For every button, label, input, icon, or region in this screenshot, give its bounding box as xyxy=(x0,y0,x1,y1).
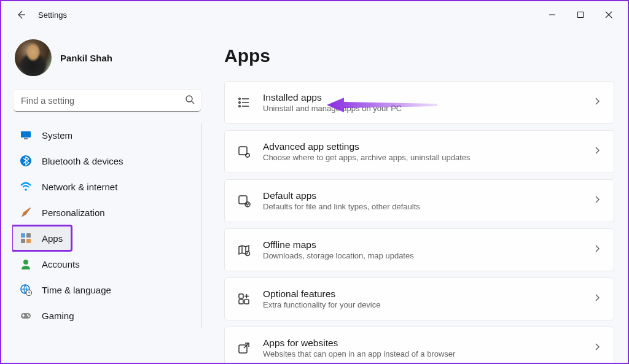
titlebar: Settings xyxy=(1,1,628,28)
app-check-icon xyxy=(237,194,251,207)
svg-point-22 xyxy=(239,102,241,104)
brush-icon xyxy=(20,206,32,219)
card-subtitle: Defaults for file and link types, other … xyxy=(263,202,580,211)
card-installed[interactable]: Installed apps Uninstall and manage apps… xyxy=(224,81,614,124)
profile[interactable]: Pankil Shah xyxy=(12,39,202,90)
chevron-right-icon xyxy=(593,195,601,206)
svg-rect-1 xyxy=(578,12,584,18)
svg-point-4 xyxy=(186,96,192,102)
card-optional[interactable]: Optional features Extra functionality fo… xyxy=(224,277,614,320)
svg-point-9 xyxy=(25,188,27,191)
card-title: Advanced app settings xyxy=(263,141,580,152)
svg-rect-11 xyxy=(26,233,31,238)
chevron-right-icon xyxy=(593,343,601,354)
window-controls xyxy=(538,5,623,25)
card-title: Optional features xyxy=(263,288,580,300)
list-icon xyxy=(237,96,251,109)
close-button[interactable] xyxy=(595,5,623,25)
svg-rect-12 xyxy=(21,239,25,243)
svg-rect-7 xyxy=(24,138,28,139)
external-icon xyxy=(237,341,251,355)
card-body: Optional features Extra functionality fo… xyxy=(263,288,580,309)
card-title: Apps for websites xyxy=(263,338,580,349)
chevron-right-icon xyxy=(593,97,601,108)
sidebar-item-label: System xyxy=(42,130,72,141)
svg-point-20 xyxy=(239,98,241,100)
svg-line-5 xyxy=(192,101,194,104)
sidebar-item-bluetooth[interactable]: Bluetooth & devices xyxy=(12,149,198,173)
sidebar: Pankil Shah SystemBluetooth & devicesNet… xyxy=(1,28,207,363)
card-title: Installed apps xyxy=(263,92,580,103)
card-default[interactable]: Default apps Defaults for file and link … xyxy=(224,179,614,222)
minimize-button[interactable] xyxy=(538,5,566,25)
maximize-button[interactable] xyxy=(566,5,595,25)
sidebar-item-accounts[interactable]: Accounts xyxy=(12,252,198,276)
plus-grid-icon xyxy=(237,292,251,306)
card-body: Installed apps Uninstall and manage apps… xyxy=(263,92,580,113)
sidebar-item-apps[interactable]: Apps xyxy=(12,226,71,250)
svg-rect-33 xyxy=(244,300,249,304)
svg-rect-31 xyxy=(239,294,243,298)
search-input[interactable] xyxy=(14,90,201,112)
card-body: Offline maps Downloads, storage location… xyxy=(263,239,580,260)
sidebar-item-label: Accounts xyxy=(42,259,80,269)
page-title: Apps xyxy=(224,45,614,66)
gamepad-icon xyxy=(20,309,32,322)
sidebar-nav: SystemBluetooth & devicesNetwork & inter… xyxy=(12,123,202,328)
sidebar-item-label: Apps xyxy=(42,233,63,244)
avatar xyxy=(15,39,52,76)
svg-rect-6 xyxy=(21,131,31,137)
sidebar-item-label: Bluetooth & devices xyxy=(42,156,123,166)
sidebar-item-personalization[interactable]: Personalization xyxy=(12,200,198,225)
chevron-right-icon xyxy=(593,293,601,304)
card-subtitle: Extra functionality for your device xyxy=(263,300,580,309)
sidebar-item-time[interactable]: Time & language xyxy=(12,277,198,302)
sidebar-item-system[interactable]: System xyxy=(12,123,198,147)
card-offline[interactable]: Offline maps Downloads, storage location… xyxy=(224,228,614,271)
svg-rect-26 xyxy=(239,147,247,155)
card-advanced[interactable]: Advanced app settings Choose where to ge… xyxy=(224,130,614,173)
sidebar-item-label: Personalization xyxy=(42,207,105,218)
card-subtitle: Choose where to get apps, archive apps, … xyxy=(263,153,580,162)
card-websites[interactable]: Apps for websites Websites that can open… xyxy=(224,327,614,363)
search-icon xyxy=(185,95,195,107)
profile-name: Pankil Shah xyxy=(60,53,112,63)
main-content: Apps Installed apps Uninstall and manage… xyxy=(207,28,628,363)
card-body: Advanced app settings Choose where to ge… xyxy=(263,141,580,162)
chevron-right-icon xyxy=(593,244,601,255)
bluetooth-icon xyxy=(20,155,32,167)
apps-icon xyxy=(20,232,32,244)
svg-rect-13 xyxy=(26,239,31,243)
map-icon xyxy=(237,243,251,257)
svg-rect-32 xyxy=(239,300,243,304)
sidebar-item-label: Time & language xyxy=(42,285,111,295)
chevron-right-icon xyxy=(593,146,601,157)
svg-point-14 xyxy=(23,260,28,265)
card-subtitle: Downloads, storage location, map updates xyxy=(263,251,580,260)
person-icon xyxy=(20,258,32,270)
svg-point-19 xyxy=(28,316,29,317)
svg-point-24 xyxy=(239,106,241,107)
window-title: Settings xyxy=(38,10,67,20)
card-body: Apps for websites Websites that can open… xyxy=(263,338,580,358)
sidebar-item-gaming[interactable]: Gaming xyxy=(12,303,198,328)
back-button[interactable] xyxy=(15,9,27,21)
card-subtitle: Websites that can open in an app instead… xyxy=(263,349,580,358)
card-title: Default apps xyxy=(263,190,580,201)
svg-point-18 xyxy=(27,314,28,316)
card-title: Offline maps xyxy=(263,239,580,250)
sidebar-item-network[interactable]: Network & internet xyxy=(12,174,198,199)
globe-clock-icon xyxy=(20,284,32,296)
app-gear-icon xyxy=(237,145,251,158)
sidebar-item-label: Network & internet xyxy=(42,182,117,192)
sidebar-item-label: Gaming xyxy=(42,311,74,321)
search-box xyxy=(14,90,201,112)
svg-rect-10 xyxy=(21,233,25,238)
card-subtitle: Uninstall and manage apps on your PC xyxy=(263,104,580,113)
wifi-icon xyxy=(20,180,32,193)
card-body: Default apps Defaults for file and link … xyxy=(263,190,580,211)
card-list: Installed apps Uninstall and manage apps… xyxy=(224,81,614,363)
monitor-icon xyxy=(20,129,32,141)
